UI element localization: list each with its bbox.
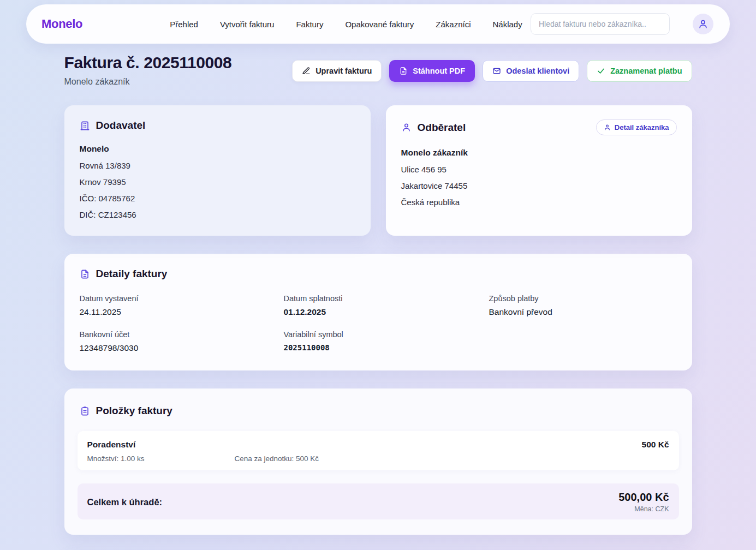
customer-country-line: Česká republika <box>401 198 677 207</box>
customer-name: Monelo zákazník <box>401 148 677 158</box>
field-value: 12348798/3030 <box>80 343 284 353</box>
total-amount-block: 500,00 Kč Měna: CZK <box>618 491 669 513</box>
invoice-details-grid: Datum vystavení 24.11.2025 Datum splatno… <box>80 294 677 353</box>
item-quantity: Množství: 1.00 ks <box>87 455 235 463</box>
nav-item-opakovane-faktury[interactable]: Opakované faktury <box>345 20 414 29</box>
nav-item-faktury[interactable]: Faktury <box>296 20 323 29</box>
nav-item-vytvorit-fakturu[interactable]: Vytvořit fakturu <box>220 20 274 29</box>
invoice-details-header: Detaily faktury <box>80 268 677 280</box>
invoice-items-card: Položky faktury Poradenství 500 Kč Množs… <box>64 388 692 535</box>
field-value: 2025110008 <box>284 343 489 352</box>
supplier-dic-line: DIČ: CZ123456 <box>80 210 355 219</box>
field-label: Datum splatnosti <box>284 294 489 303</box>
invoice-items-header: Položky faktury <box>78 405 679 417</box>
field-value: 24.11.2025 <box>80 307 284 317</box>
supplier-ico-line: IČO: 04785762 <box>80 194 355 203</box>
customer-address-line: Ulice 456 95 <box>401 165 677 174</box>
field-label: Variabilní symbol <box>284 330 489 339</box>
field-variable-symbol: Variabilní symbol 2025110008 <box>284 330 489 353</box>
app-logo[interactable]: Monelo <box>41 17 82 31</box>
item-price: 500 Kč <box>642 440 669 450</box>
item-unit-price: Cena za jednotku: 500 Kč <box>235 455 319 463</box>
person-icon <box>401 122 412 133</box>
field-value: 01.12.2025 <box>284 307 489 317</box>
document-icon <box>80 269 90 279</box>
field-label: Bankovní účet <box>80 330 284 339</box>
invoice-details-card: Detaily faktury Datum vystavení 24.11.20… <box>64 254 692 370</box>
page-title-block: Faktura č. 2025110008 Monelo zákazník <box>64 53 232 87</box>
total-amount: 500,00 Kč <box>618 491 669 504</box>
customer-card-header: Odběratel Detail zákazníka <box>401 119 677 135</box>
send-to-client-label: Odeslat klientovi <box>506 67 569 75</box>
record-payment-label: Zaznamenat platbu <box>610 67 682 75</box>
user-avatar-button[interactable] <box>693 14 713 34</box>
user-icon <box>698 19 709 29</box>
customer-card-title-group: Odběratel <box>401 122 466 134</box>
field-due-date: Datum splatnosti 01.12.2025 <box>284 294 489 317</box>
supplier-address-line: Krnov 79395 <box>80 177 355 187</box>
nav-links: Přehled Vytvořit fakturu Faktury Opakova… <box>170 20 522 29</box>
item-meta: Množství: 1.00 ks Cena za jednotku: 500 … <box>87 455 669 463</box>
customer-detail-button[interactable]: Detail zákazníka <box>596 119 677 135</box>
customer-title: Odběratel <box>418 122 466 134</box>
supplier-name: Monelo <box>80 144 355 154</box>
total-currency: Měna: CZK <box>618 505 669 513</box>
download-pdf-label: Stáhnout PDF <box>413 67 465 75</box>
parties-row: Dodavatel Monelo Rovná 13/839 Krnov 7939… <box>64 105 692 236</box>
page-subtitle: Monelo zákazník <box>64 77 232 87</box>
item-name: Poradenství <box>87 440 136 450</box>
invoice-items-title: Položky faktury <box>96 405 172 417</box>
supplier-title: Dodavatel <box>96 119 146 131</box>
file-pdf-icon <box>399 67 408 75</box>
person-small-icon <box>604 124 611 131</box>
field-bank-account: Bankovní účet 12348798/3030 <box>80 330 284 353</box>
mail-send-icon <box>492 67 501 75</box>
invoice-item-row: Poradenství 500 Kč Množství: 1.00 ks Cen… <box>78 431 679 470</box>
page-title: Faktura č. 2025110008 <box>64 53 232 72</box>
customer-card: Odběratel Detail zákazníka Monelo zákazn… <box>386 105 692 236</box>
top-nav: Monelo Přehled Vytvořit fakturu Faktury … <box>26 4 730 44</box>
customer-address-line: Jakartovice 74455 <box>401 181 677 190</box>
customer-detail-label: Detail zákazníka <box>615 123 669 131</box>
download-pdf-button[interactable]: Stáhnout PDF <box>389 60 475 82</box>
edit-invoice-label: Upravit fakturu <box>316 67 372 75</box>
page-header: Faktura č. 2025110008 Monelo zákazník Up… <box>64 53 692 87</box>
invoice-total-row: Celkem k úhradě: 500,00 Kč Měna: CZK <box>78 483 679 519</box>
send-to-client-button[interactable]: Odeslat klientovi <box>483 60 579 82</box>
supplier-card: Dodavatel Monelo Rovná 13/839 Krnov 7939… <box>64 105 371 236</box>
field-label: Datum vystavení <box>80 294 284 303</box>
field-issue-date: Datum vystavení 24.11.2025 <box>80 294 284 317</box>
field-payment-method: Způsob platby Bankovní převod <box>489 294 677 317</box>
nav-item-zakaznici[interactable]: Zákazníci <box>436 20 471 29</box>
field-value: Bankovní převod <box>489 307 677 317</box>
supplier-address-line: Rovná 13/839 <box>80 161 355 170</box>
nav-item-naklady[interactable]: Náklady <box>493 20 522 29</box>
item-top: Poradenství 500 Kč <box>87 440 669 450</box>
header-actions: Upravit fakturu Stáhnout PDF Odeslat kli… <box>292 60 692 82</box>
edit-invoice-button[interactable]: Upravit fakturu <box>292 60 382 82</box>
main-content: Faktura č. 2025110008 Monelo zákazník Up… <box>64 53 692 550</box>
record-payment-button[interactable]: Zaznamenat platbu <box>587 60 692 82</box>
invoice-details-title: Detaily faktury <box>96 268 168 280</box>
clipboard-icon <box>80 406 90 416</box>
field-label: Způsob platby <box>489 294 677 303</box>
building-icon <box>80 121 90 131</box>
pencil-icon <box>302 67 311 75</box>
search-input[interactable] <box>531 13 670 35</box>
total-label: Celkem k úhradě: <box>87 497 163 507</box>
check-icon <box>597 67 605 75</box>
nav-item-prehled[interactable]: Přehled <box>170 20 198 29</box>
supplier-card-header: Dodavatel <box>80 119 355 131</box>
